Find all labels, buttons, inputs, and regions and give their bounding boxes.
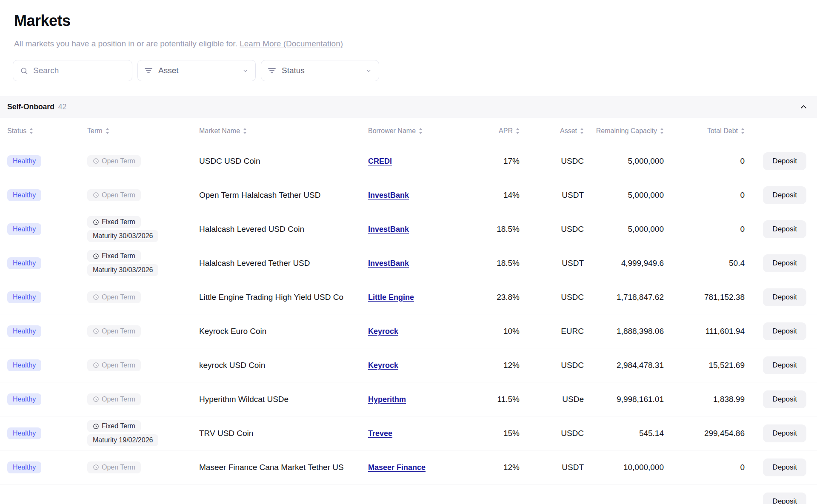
borrower-link[interactable]: InvestBank [368, 259, 409, 268]
borrower-link[interactable]: Little Engine [368, 293, 414, 302]
action-cell: Deposit [745, 493, 817, 504]
table-row: Healthy Open Term Hyperithm Wildcat USDe… [0, 382, 817, 416]
column-header-total-debt[interactable]: Total Debt [664, 127, 745, 135]
deposit-button[interactable]: Deposit [763, 356, 806, 374]
column-header-market-name[interactable]: Market Name [199, 127, 368, 135]
maturity-badge: Maturity 30/03/2026 [87, 230, 158, 242]
deposit-button[interactable]: Deposit [763, 322, 806, 340]
borrower-link[interactable]: InvestBank [368, 191, 409, 199]
search-input[interactable] [33, 66, 125, 75]
market-name: Halalcash Levered USD Coin [199, 225, 368, 234]
column-header-status[interactable]: Status [7, 127, 87, 135]
action-cell: Deposit [745, 390, 817, 408]
sort-arrows-icon [419, 128, 423, 134]
asset-value: USDe [520, 395, 584, 404]
deposit-button[interactable]: Deposit [763, 186, 806, 204]
borrower-link[interactable]: Keyrock [368, 361, 398, 370]
section-header-self-onboard[interactable]: Self-Onboard 42 [0, 96, 817, 118]
search-field[interactable] [13, 60, 132, 81]
sort-arrows-icon [741, 128, 745, 134]
remaining-capacity-value: 1,718,847.62 [584, 293, 664, 302]
term-badge: Open Term [87, 359, 141, 371]
term-badge: Open Term [87, 461, 141, 473]
borrower-link[interactable]: Trevee [368, 429, 392, 438]
term-badge: Open Term [87, 291, 141, 303]
clock-icon [93, 396, 99, 402]
status-badge: Healthy [7, 257, 41, 269]
section-collapse-button[interactable] [800, 103, 808, 111]
status-filter-dropdown[interactable]: Status [261, 60, 379, 81]
status-badge: Healthy [7, 393, 41, 405]
column-header-apr[interactable]: APR [456, 127, 520, 135]
term-cell: Open Term [87, 359, 199, 371]
apr-value: 14% [456, 191, 520, 200]
deposit-button[interactable]: Deposit [763, 390, 806, 408]
status-cell: Healthy [7, 291, 87, 303]
sort-arrows-icon [243, 128, 247, 134]
borrower-link[interactable]: Keyrock [368, 327, 398, 336]
status-cell: Healthy [7, 257, 87, 269]
documentation-link[interactable]: Learn More (Documentation) [240, 39, 343, 48]
borrower-link[interactable]: Maseer Finance [368, 463, 426, 472]
market-name: keyrock USD Coin [199, 361, 368, 370]
asset-value: USDT [520, 191, 584, 200]
total-debt-value: 15,521.69 [664, 361, 745, 370]
borrower-link[interactable]: CREDI [368, 157, 392, 165]
column-header-asset[interactable]: Asset [520, 127, 584, 135]
apr-value: 18.5% [456, 259, 520, 268]
deposit-button[interactable]: Deposit [763, 254, 806, 272]
remaining-capacity-value: 2,984,478.31 [584, 361, 664, 370]
clock-icon [93, 219, 99, 225]
chevron-up-icon [800, 103, 808, 111]
market-name: Halalcash Levered Tether USD [199, 259, 368, 268]
term-badge: Fixed Term [87, 420, 141, 432]
clock-icon [93, 253, 99, 259]
clock-icon [93, 362, 99, 368]
table-header-row: Status Term Market Name Borrower Name AP… [0, 118, 817, 144]
status-badge: Healthy [7, 359, 41, 371]
status-cell: Healthy [7, 393, 87, 405]
term-badge: Fixed Term [87, 216, 141, 228]
borrower-link[interactable]: InvestBank [368, 225, 409, 233]
table-body: Healthy Open Term USDC USD Coin CREDI 17… [0, 144, 817, 504]
total-debt-value: 781,152.38 [664, 293, 745, 302]
deposit-button[interactable]: Deposit [763, 458, 806, 476]
asset-filter-dropdown[interactable]: Asset [137, 60, 256, 81]
column-header-borrower-name[interactable]: Borrower Name [368, 127, 456, 135]
apr-value: 12% [456, 463, 520, 472]
deposit-button[interactable]: Deposit [763, 424, 806, 442]
remaining-capacity-value: 9,998,161.01 [584, 395, 664, 404]
asset-value: USDC [520, 429, 584, 438]
clock-icon [93, 423, 99, 430]
asset-value: USDC [520, 293, 584, 302]
deposit-button[interactable]: Deposit [763, 288, 806, 306]
sort-arrows-icon [29, 128, 33, 134]
borrower-cell: InvestBank [368, 225, 456, 234]
apr-value: 23.8% [456, 293, 520, 302]
status-badge: Healthy [7, 291, 41, 303]
maturity-badge: Maturity 19/02/2026 [87, 434, 158, 446]
remaining-capacity-value: 1,888,398.06 [584, 327, 664, 336]
total-debt-value: 0 [664, 463, 745, 472]
deposit-button[interactable]: Deposit [763, 152, 806, 170]
page-subtitle: All markets you have a position in or ar… [14, 39, 817, 48]
deposit-button[interactable]: Deposit [763, 220, 806, 238]
clock-icon [93, 192, 99, 198]
deposit-button[interactable]: Deposit [763, 493, 806, 504]
total-debt-value: 50.4 [664, 259, 745, 268]
column-header-term[interactable]: Term [87, 127, 199, 135]
term-cell: Open Term [87, 291, 199, 303]
borrower-link[interactable]: Hyperithm [368, 395, 406, 404]
table-row: Healthy Open Term Keyrock Euro Coin Keyr… [0, 314, 817, 348]
term-badge: Open Term [87, 155, 141, 167]
status-badge: Healthy [7, 427, 41, 439]
action-cell: Deposit [745, 356, 817, 374]
column-header-remaining-capacity[interactable]: Remaining Capacity [584, 127, 664, 135]
apr-value: 10% [456, 327, 520, 336]
term-badge: Open Term [87, 189, 141, 201]
market-name: USDC USD Coin [199, 157, 368, 166]
clock-icon [93, 294, 99, 300]
apr-value: 15% [456, 429, 520, 438]
market-name: Hyperithm Wildcat USDe [199, 395, 368, 404]
remaining-capacity-value: 5,000,000 [584, 191, 664, 200]
